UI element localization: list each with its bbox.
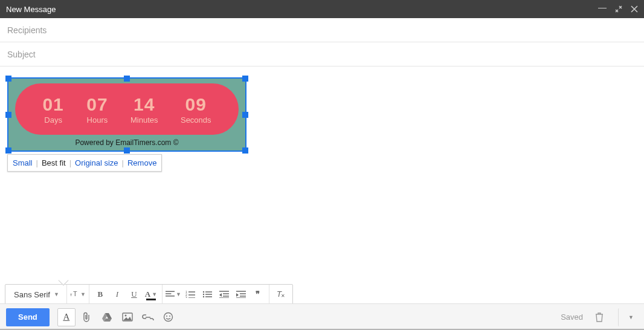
timer-days-label: Days	[42, 115, 63, 125]
timer-hours-label: Hours	[86, 115, 108, 125]
powered-by-text: Powered by EmailTimers.com ©	[75, 138, 178, 147]
separator: |	[122, 158, 124, 167]
attach-file-button[interactable]	[77, 308, 96, 326]
bold-button[interactable]: B	[92, 286, 108, 302]
resize-handle[interactable]	[124, 76, 130, 82]
insert-link-button[interactable]	[138, 308, 158, 326]
image-size-small[interactable]: Small	[13, 158, 33, 167]
image-size-toolbar: Small | Best fit | Original size | Remov…	[7, 154, 162, 172]
inserted-image[interactable]: 01 Days 07 Hours 14 Minutes 09 Seconds P…	[7, 77, 246, 152]
svg-text:т: т	[70, 292, 72, 297]
svg-text:✕: ✕	[281, 293, 285, 299]
more-options-button[interactable]: ▼	[618, 308, 637, 326]
image-remove[interactable]: Remove	[127, 158, 156, 167]
separator: |	[69, 158, 71, 167]
timer-days: 01 Days	[42, 94, 63, 125]
svg-point-13	[166, 315, 167, 317]
popout-icon[interactable]	[615, 5, 622, 13]
svg-point-6	[203, 294, 204, 295]
send-button[interactable]: Send	[6, 308, 50, 326]
separator: |	[36, 158, 38, 167]
indent-less-button[interactable]	[216, 286, 232, 302]
timer-pill: 01 Days 07 Hours 14 Minutes 09 Seconds	[15, 83, 239, 135]
formatting-toggle-button[interactable]: A	[57, 308, 76, 326]
timer-seconds: 09 Seconds	[181, 94, 211, 125]
timer-hours: 07 Hours	[86, 94, 108, 125]
font-family-label: Sans Serif	[14, 290, 50, 299]
compose-header: New Message —	[0, 0, 644, 18]
svg-text:T: T	[73, 290, 77, 297]
insert-drive-button[interactable]	[97, 308, 117, 326]
timer-minutes-label: Minutes	[130, 115, 158, 125]
font-family-selector[interactable]: Sans Serif ▼	[9, 290, 64, 299]
svg-point-7	[203, 296, 204, 297]
compose-title: New Message	[6, 5, 598, 14]
resize-handle[interactable]	[5, 147, 11, 154]
font-size-selector[interactable]: тT ▼	[70, 286, 86, 302]
quote-button[interactable]: ❞	[250, 286, 266, 302]
chevron-down-icon: ▼	[176, 291, 181, 297]
underline-button[interactable]: U	[126, 286, 142, 302]
discard-draft-button[interactable]	[590, 308, 609, 326]
svg-point-14	[169, 315, 170, 317]
saved-status: Saved	[561, 312, 583, 322]
svg-point-12	[164, 313, 173, 322]
subject-input[interactable]	[7, 50, 637, 59]
insert-photo-button[interactable]	[118, 308, 137, 326]
svg-text:3: 3	[185, 296, 187, 298]
resize-handle[interactable]	[242, 76, 248, 82]
recipients-row	[0, 18, 644, 42]
svg-point-5	[203, 291, 204, 293]
image-size-best-fit[interactable]: Best fit	[42, 158, 66, 167]
resize-handle[interactable]	[5, 76, 11, 82]
bulleted-list-button[interactable]	[199, 286, 215, 302]
timer-seconds-label: Seconds	[181, 115, 211, 125]
countdown-timer: 01 Days 07 Hours 14 Minutes 09 Seconds P…	[8, 79, 245, 150]
resize-handle[interactable]	[124, 147, 130, 154]
close-icon[interactable]	[631, 5, 638, 13]
italic-button[interactable]: I	[109, 286, 125, 302]
timer-seconds-value: 09	[181, 94, 211, 115]
numbered-list-button[interactable]: 123	[182, 286, 198, 302]
formatting-toolbar: Sans Serif ▼ тT ▼ B I U A▼ ▼ 123 ❞	[5, 284, 293, 305]
svg-point-11	[124, 315, 126, 317]
align-button[interactable]: ▼	[166, 286, 181, 302]
chevron-down-icon: ▼	[80, 291, 86, 297]
timer-days-value: 01	[42, 94, 63, 115]
chevron-down-icon: ▼	[628, 314, 634, 320]
header-controls: —	[598, 5, 638, 13]
image-size-original[interactable]: Original size	[75, 158, 118, 167]
indent-more-button[interactable]	[233, 286, 249, 302]
timer-minutes-value: 14	[130, 94, 158, 115]
timer-hours-value: 07	[86, 94, 108, 115]
resize-handle[interactable]	[242, 147, 248, 154]
send-bar: Send A Saved ▼	[0, 303, 644, 330]
subject-row	[0, 42, 644, 66]
text-color-button[interactable]: A▼	[143, 286, 159, 302]
timer-minutes: 14 Minutes	[130, 94, 158, 125]
recipients-input[interactable]	[7, 25, 637, 35]
chevron-down-icon: ▼	[152, 291, 157, 297]
chevron-down-icon: ▼	[54, 291, 59, 297]
resize-handle[interactable]	[242, 112, 248, 118]
remove-formatting-button[interactable]: T✕	[272, 286, 288, 302]
insert-emoji-button[interactable]	[159, 308, 178, 326]
resize-handle[interactable]	[5, 112, 11, 118]
compose-body[interactable]: 01 Days 07 Hours 14 Minutes 09 Seconds P…	[0, 66, 644, 280]
